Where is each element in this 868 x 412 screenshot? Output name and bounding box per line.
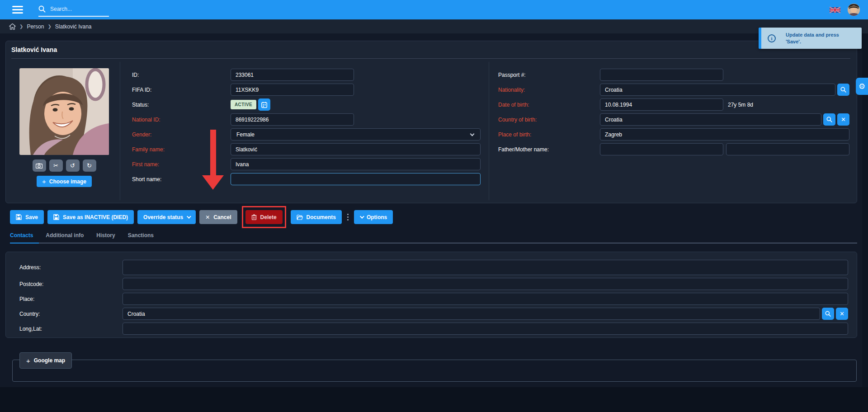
delete-highlight-box: Delete — [242, 206, 286, 228]
camera-button[interactable] — [33, 159, 46, 172]
user-avatar[interactable] — [848, 4, 860, 16]
status-history-button[interactable] — [258, 98, 270, 111]
tab-underline — [10, 243, 857, 243]
top-bar — [0, 0, 868, 19]
save-inactive-button[interactable]: Save as INACTIVE (DIED) — [47, 210, 134, 224]
more-actions-dots-icon[interactable] — [347, 214, 349, 220]
place-input[interactable] — [123, 293, 848, 305]
place-of-birth-label: Place of birth: — [498, 131, 600, 138]
country-of-birth-search-button[interactable] — [823, 113, 835, 126]
nationality-input[interactable] — [600, 84, 835, 96]
address-input[interactable] — [123, 260, 848, 275]
annotation-arrow-head — [202, 175, 224, 190]
breadcrumb: ❯ Person ❯ Slatković Ivana — [0, 19, 868, 33]
person-detail-card: Slatković Ivana — [5, 41, 857, 203]
save-button[interactable]: Save — [10, 210, 44, 224]
nationality-label: Nationality: — [498, 87, 600, 93]
father-mother-label: Father/Mother name: — [498, 146, 600, 153]
breadcrumb-separator: ❯ — [19, 24, 23, 29]
national-id-input[interactable] — [231, 113, 354, 126]
id-label: ID: — [132, 72, 231, 78]
person-form-left: ID: FIFA ID: Status: ACTIVE National ID:… — [120, 62, 489, 200]
google-map-container: + Google map — [12, 360, 857, 382]
person-photo — [19, 68, 109, 155]
country-of-birth-clear-button[interactable]: ✕ — [837, 113, 849, 126]
passport-input[interactable] — [600, 69, 723, 81]
status-badge: ACTIVE — [231, 100, 256, 109]
google-map-button[interactable]: + Google map — [19, 352, 72, 369]
notification-toast: i Update data and press 'Save'. — [759, 28, 862, 49]
chevron-down-icon — [470, 132, 475, 136]
country-clear-button[interactable]: ✕ — [836, 308, 848, 320]
active-tab-indicator — [10, 243, 39, 243]
address-label: Address: — [19, 264, 123, 271]
date-of-birth-label: Date of birth: — [498, 102, 600, 108]
long-lat-label: Long,Lat: — [19, 326, 123, 332]
country-of-birth-input[interactable] — [600, 113, 821, 126]
long-lat-input[interactable] — [123, 323, 848, 335]
tab-sanctions[interactable]: Sanctions — [128, 232, 154, 243]
country-search-button[interactable] — [822, 308, 834, 320]
postcode-label: Postcode: — [19, 281, 123, 287]
place-of-birth-input[interactable] — [600, 128, 849, 140]
save-icon — [53, 214, 59, 220]
home-icon[interactable] — [9, 23, 16, 30]
tab-additional-info[interactable]: Additional info — [46, 232, 84, 243]
gender-select[interactable]: Female — [231, 128, 481, 140]
age-text: 27y 5m 8d — [728, 102, 753, 108]
chevron-down-icon — [360, 214, 364, 219]
photo-panel: ✂ ↺ ↻ + Choose image — [6, 62, 120, 200]
info-icon: i — [768, 34, 776, 42]
close-icon: ✕ — [205, 214, 210, 220]
options-button[interactable]: Options — [354, 210, 393, 224]
save-icon — [16, 214, 22, 220]
toast-message: Update data and press 'Save'. — [786, 32, 854, 45]
tab-contacts[interactable]: Contacts — [10, 232, 33, 243]
breadcrumb-separator: ❯ — [47, 24, 51, 29]
fifa-id-label: FIFA ID: — [132, 87, 231, 93]
search-icon — [38, 5, 46, 13]
annotation-arrow — [210, 130, 216, 176]
folder-open-icon — [297, 215, 303, 220]
id-input[interactable] — [231, 69, 354, 81]
passport-label: Passport #: — [498, 72, 600, 78]
trash-icon — [251, 214, 257, 220]
place-label: Place: — [19, 296, 123, 302]
hamburger-menu-icon[interactable] — [12, 6, 23, 14]
country-input[interactable] — [123, 308, 820, 320]
divider — [11, 58, 850, 59]
plus-icon: + — [42, 178, 46, 185]
delete-button[interactable]: Delete — [245, 210, 283, 224]
country-of-birth-label: Country of birth: — [498, 117, 600, 123]
fifa-id-input[interactable] — [231, 84, 354, 96]
override-status-button[interactable]: Override status — [137, 210, 196, 224]
person-form-right: Passport #: Nationality: Date of birth: … — [489, 62, 857, 200]
family-name-input[interactable] — [231, 143, 481, 155]
breadcrumb-person[interactable]: Person — [27, 23, 44, 30]
rotate-right-button[interactable]: ↻ — [83, 159, 96, 172]
father-name-input[interactable] — [600, 143, 723, 155]
page-title: Slatković Ivana — [11, 46, 57, 53]
date-of-birth-input[interactable] — [600, 98, 723, 111]
crop-scissors-button[interactable]: ✂ — [49, 159, 63, 172]
mother-name-input[interactable] — [726, 143, 849, 155]
search-input[interactable] — [49, 5, 104, 13]
first-name-input[interactable] — [231, 158, 481, 170]
plus-icon: + — [26, 357, 30, 365]
settings-gear-button[interactable]: ⚙ — [856, 78, 868, 95]
cancel-button[interactable]: ✕ Cancel — [199, 210, 237, 224]
global-search[interactable] — [38, 3, 109, 17]
nationality-search-button[interactable] — [837, 84, 849, 96]
tab-history[interactable]: History — [96, 232, 115, 243]
short-name-input[interactable] — [231, 173, 481, 185]
action-bar: Save Save as INACTIVE (DIED) Override st… — [10, 210, 393, 224]
breadcrumb-current: Slatković Ivana — [55, 23, 92, 30]
status-label: Status: — [132, 102, 231, 108]
choose-image-button[interactable]: + Choose image — [37, 176, 92, 187]
postcode-input[interactable] — [123, 278, 848, 290]
detail-tabs: Contacts Additional info History Sanctio… — [10, 232, 154, 243]
uk-flag-icon[interactable] — [830, 6, 840, 14]
documents-button[interactable]: Documents — [291, 210, 342, 224]
rotate-left-button[interactable]: ↺ — [66, 159, 80, 172]
national-id-label: National ID: — [132, 117, 231, 123]
